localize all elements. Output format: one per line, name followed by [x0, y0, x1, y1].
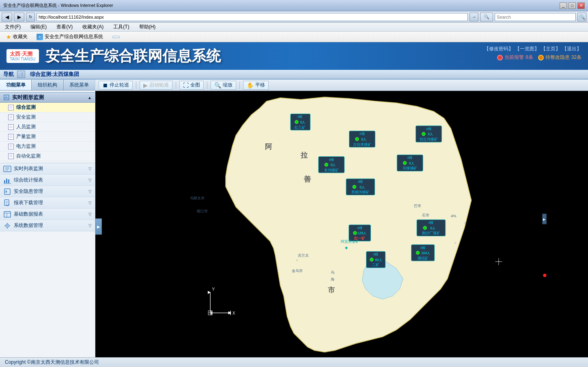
- search-button[interactable]: 🔍: [577, 13, 586, 22]
- logo-area: 太西·天溯 TAIXI TIANSU: [6, 49, 39, 63]
- forward-button[interactable]: ▶: [14, 13, 24, 22]
- sidebar-item-personnel-monitor[interactable]: □ 人员监测: [0, 122, 95, 132]
- expand-icon-realtime: ▲: [88, 95, 92, 100]
- svg-point-65: [423, 226, 426, 229]
- link-change-password[interactable]: 【修改密码】: [484, 45, 513, 52]
- svg-text:吉兰太: 吉兰太: [298, 253, 309, 257]
- alert-hazard-count[interactable]: 32条: [571, 54, 582, 61]
- alert-red-dot: [497, 55, 503, 60]
- nav-collapse-button[interactable]: 《: [17, 71, 25, 78]
- refresh-button[interactable]: ↻: [26, 13, 35, 22]
- svg-text:长沟煤矿: 长沟煤矿: [324, 168, 339, 172]
- sidebar-tabs: 功能菜单 组织机构 系统菜单: [0, 80, 95, 91]
- svg-text:○: ○: [464, 221, 466, 225]
- svg-text:0报: 0报: [373, 253, 378, 256]
- menu-tools[interactable]: 工具(T): [112, 23, 131, 31]
- icon-report-download: [3, 199, 11, 207]
- sidebar-section-realtime: 实时图形监测 ▲ □ 综合监测 □ 安全监测 □ 人员监测 □ 产量监测 □ 电…: [0, 92, 95, 161]
- menu-file[interactable]: 文件(F): [3, 23, 22, 31]
- start-patrol-button[interactable]: ▶ 启动轮巡: [140, 81, 172, 90]
- status-bar: Copyright ©南京太西天溯信息技术有限公司: [0, 357, 588, 367]
- icon-safety-hazard: [3, 188, 11, 196]
- alert-hazard-label: 待整改隐患: [545, 54, 570, 61]
- tab-organization[interactable]: 组织机构: [32, 80, 63, 90]
- sidebar-item-production-monitor[interactable]: □ 产量监测: [0, 132, 95, 142]
- sidebar-collapse-handle[interactable]: ▶: [95, 218, 102, 235]
- go-button[interactable]: →: [470, 13, 478, 22]
- chevron-statistics: ▽: [88, 178, 92, 182]
- sidebar-report-download[interactable]: 报表下载管理 ▽: [0, 197, 95, 209]
- sidebar-item-power-monitor[interactable]: □ 电力监测: [0, 142, 95, 151]
- sidebar-item-general-monitor[interactable]: □ 综合监测: [0, 103, 95, 112]
- menu-favorites[interactable]: 收藏夹(A): [81, 23, 105, 31]
- svg-point-50: [403, 161, 406, 164]
- copyright-text: Copyright ©南京太西天溯信息技术有限公司: [5, 359, 99, 366]
- map-canvas[interactable]: 0报 0人 红三矿 0报 0人 古拉本煤矿 0报: [95, 91, 588, 357]
- chevron-system-data: ▽: [88, 223, 92, 228]
- back-button[interactable]: ◀: [2, 13, 12, 22]
- sidebar-realtime-list[interactable]: 实时列表监测 ▽: [0, 163, 95, 175]
- favorites-label: 收藏夹: [13, 33, 28, 40]
- section-label-realtime: 实时图形监测: [12, 94, 44, 101]
- doc-icon-auto: □: [8, 153, 14, 159]
- svg-text:0报: 0报: [420, 246, 425, 250]
- sidebar-system-data[interactable]: 系统数据管理 ▽: [0, 220, 95, 231]
- nav-breadcrumb: 综合监测:太西煤集团: [30, 71, 79, 78]
- maximize-button[interactable]: □: [569, 2, 576, 9]
- play-icon: ▶: [143, 82, 148, 89]
- sidebar-basic-data[interactable]: 基础数据报表 ▽: [0, 209, 95, 220]
- live-search-icon[interactable]: 🔍: [480, 13, 493, 22]
- menu-edit[interactable]: 编辑(E): [29, 23, 48, 31]
- svg-text:0人: 0人: [361, 137, 366, 141]
- doc-icon-general: □: [8, 105, 14, 110]
- app-title: 安全生产综合联网信息系统: [45, 46, 221, 66]
- link-logout[interactable]: 【退出】: [562, 45, 582, 52]
- svg-rect-10: [8, 179, 9, 183]
- link-overview[interactable]: 【一览图】: [515, 45, 539, 52]
- favorites-app-link[interactable]: e 安全生产综合联网信息系统: [34, 32, 106, 41]
- toolbar-separator-1: [136, 82, 136, 89]
- sidebar-section-header-realtime[interactable]: 实时图形监测 ▲: [0, 92, 95, 103]
- address-bar: ◀ ▶ ↻ → 🔍 🔍: [0, 11, 588, 23]
- svg-text:0报: 0报: [358, 180, 363, 184]
- favorites-star[interactable]: ★ 收藏夹: [3, 32, 30, 41]
- alert-hazard: 待整改隐患 32条: [538, 54, 582, 61]
- link-home[interactable]: 【主页】: [541, 45, 560, 52]
- new-tab-button[interactable]: [112, 36, 120, 38]
- zoom-button[interactable]: 🔍 缩放: [211, 81, 236, 90]
- svg-point-75: [416, 251, 419, 254]
- search-input[interactable]: [495, 13, 576, 21]
- svg-text:0报: 0报: [297, 115, 302, 119]
- svg-point-70: [370, 258, 373, 261]
- icon-basic-data: [3, 210, 11, 218]
- sidebar-item-auto-monitor[interactable]: □ 自动化监测: [0, 151, 95, 161]
- svg-text:别立沟煤矿: 别立沟煤矿: [420, 137, 438, 141]
- sidebar-item-safety-monitor[interactable]: □ 安全监测: [0, 112, 95, 122]
- close-button[interactable]: ✕: [577, 2, 585, 9]
- menu-view[interactable]: 查看(V): [55, 23, 74, 31]
- address-input[interactable]: [37, 13, 468, 21]
- tab-function-menu[interactable]: 功能菜单: [0, 80, 32, 90]
- alert-current-count[interactable]: 8条: [526, 54, 533, 61]
- sidebar-statistics-report[interactable]: 综合统计报表 ▽: [0, 175, 95, 186]
- full-view-button[interactable]: ⛶ 全图: [179, 81, 204, 90]
- header-right: 【修改密码】 【一览图】 【主页】 【退出】 当前报警 8条 待整改隐患 32条: [484, 45, 582, 61]
- main-layout: 功能菜单 组织机构 系统菜单 实时图形监测 ▲ □ 综合监测: [0, 80, 588, 357]
- sidebar: 功能菜单 组织机构 系统菜单 实时图形监测 ▲ □ 综合监测: [0, 80, 95, 357]
- svg-text:60人: 60人: [375, 258, 382, 262]
- stop-patrol-button[interactable]: ⏹ 停止轮巡: [99, 81, 133, 90]
- menu-help[interactable]: 帮助(H): [138, 23, 157, 31]
- sidebar-safety-hazard[interactable]: 安全隐患管理 ▽: [0, 186, 95, 197]
- pan-button[interactable]: ✋ 平移: [243, 81, 269, 90]
- svg-text:0人: 0人: [300, 120, 306, 124]
- svg-point-60: [353, 231, 357, 235]
- alert-current-label: 当前报警: [504, 54, 524, 61]
- map-area[interactable]: ▶ ⏹ 停止轮巡 ▶ 启动轮巡 ⛶ 全图 🔍 缩放: [95, 80, 588, 357]
- icon-realtime-list: [3, 165, 11, 173]
- minimize-button[interactable]: _: [560, 2, 567, 9]
- svg-rect-18: [4, 212, 11, 217]
- star-icon: ★: [6, 34, 11, 40]
- svg-text:市: 市: [328, 286, 335, 294]
- tab-system-menu[interactable]: 系统菜单: [64, 80, 95, 90]
- svg-text:○: ○: [454, 241, 457, 245]
